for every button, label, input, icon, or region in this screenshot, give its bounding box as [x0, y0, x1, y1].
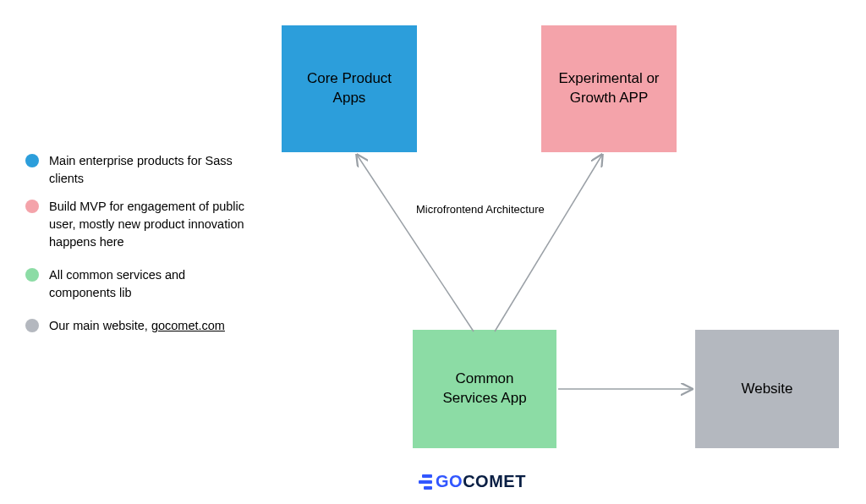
logo-text-comet: COMET — [463, 472, 526, 491]
gocomet-logo: GOCOMET — [419, 472, 526, 491]
legend-text: Our main website, gocomet.com — [49, 317, 254, 335]
legend-swatch-green — [25, 268, 39, 282]
node-core-product-apps: Core ProductApps — [282, 25, 417, 152]
legend-swatch-blue — [25, 154, 39, 167]
legend-item-exp: Build MVP for engagement of public user,… — [25, 198, 254, 251]
arrow-common-to-exp — [495, 155, 602, 331]
logo-bars-icon — [419, 473, 432, 490]
legend-item-core: Main enterprise products for Sass client… — [25, 152, 254, 188]
legend-text: All common services and components lib — [49, 266, 254, 302]
legend-swatch-grey — [25, 319, 39, 332]
logo-text-go: GO — [436, 472, 463, 491]
legend-item-website: Our main website, gocomet.com — [25, 317, 254, 335]
legend-swatch-pink — [25, 200, 39, 213]
legend: Main enterprise products for Sass client… — [25, 152, 254, 345]
legend-text: Build MVP for engagement of public user,… — [49, 198, 254, 251]
legend-website-link[interactable]: gocomet.com — [151, 319, 225, 332]
legend-item-common: All common services and components lib — [25, 266, 254, 302]
edge-label-microfrontend: Microfrontend Architecture — [416, 203, 545, 216]
node-label: Experimental orGrowth APP — [558, 69, 659, 108]
node-experimental-growth-app: Experimental orGrowth APP — [541, 25, 677, 152]
node-website: Website — [695, 330, 839, 448]
node-label: Website — [741, 380, 792, 399]
node-label: CommonServices App — [442, 370, 526, 408]
arrow-common-to-core — [357, 155, 474, 331]
node-common-services-app: CommonServices App — [413, 330, 556, 448]
legend-text: Main enterprise products for Sass client… — [49, 152, 254, 188]
node-label: Core ProductApps — [307, 69, 392, 108]
